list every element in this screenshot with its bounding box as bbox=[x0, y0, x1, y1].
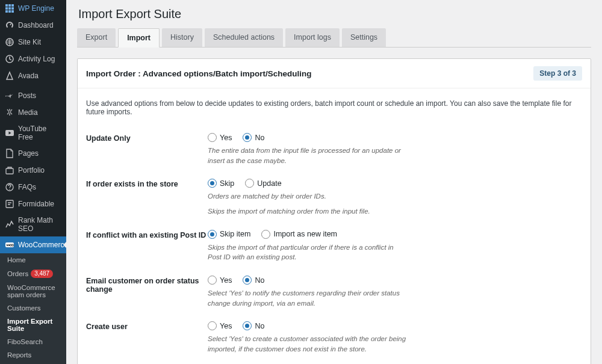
option-label: Create user bbox=[86, 321, 208, 331]
radio-label: Yes bbox=[220, 322, 232, 330]
sidebar-subitem-label: FiboSearch bbox=[7, 338, 43, 345]
sidebar-item-label: WooCommerce bbox=[18, 241, 66, 249]
radio-option-skip-item[interactable]: Skip item bbox=[208, 230, 250, 239]
sidebar-item-faqs[interactable]: FAQs bbox=[0, 179, 66, 196]
radio-option-yes[interactable]: Yes bbox=[208, 321, 232, 330]
radio-label: Skip item bbox=[220, 230, 250, 238]
sidebar-item-media[interactable]: Media bbox=[0, 104, 66, 121]
formidable-icon bbox=[5, 199, 14, 209]
sidebar-item-label: YouTube Free bbox=[18, 125, 63, 141]
svg-rect-3 bbox=[5, 7, 8, 10]
radio-option-import-as-new-item[interactable]: Import as new item bbox=[261, 230, 337, 239]
sidebar-item-label: Dashboard bbox=[18, 21, 54, 29]
radio-label: Import as new item bbox=[273, 230, 337, 238]
radio-label: Update bbox=[257, 179, 281, 188]
pages-icon bbox=[5, 149, 14, 158]
sidebar-item-woocommerce[interactable]: WooCommerce bbox=[0, 236, 66, 253]
radio-option-skip[interactable]: Skip bbox=[208, 179, 234, 188]
sidebar-subitem-label: Customers bbox=[7, 304, 41, 312]
sidebar-subitem-import-export-suite[interactable]: Import Export Suite bbox=[0, 315, 66, 335]
sidebar-item-rank-math-seo[interactable]: Rank Math SEO bbox=[0, 212, 66, 236]
media-icon bbox=[5, 108, 14, 117]
svg-rect-5 bbox=[11, 7, 14, 10]
sidebar-item-activity-log[interactable]: Activity Log bbox=[0, 51, 66, 67]
tab-history[interactable]: History bbox=[162, 28, 202, 47]
option-help: The entire data from the input file is p… bbox=[208, 146, 406, 165]
sidebar-item-wp-engine[interactable]: WP Engine bbox=[0, 0, 66, 17]
option-row: Email customer on order status changeYes… bbox=[86, 271, 582, 316]
page-title: Import Export Suite bbox=[78, 7, 591, 21]
sidebar-item-pages[interactable]: Pages bbox=[0, 145, 66, 162]
avada-icon bbox=[5, 71, 14, 81]
sidebar-item-posts[interactable]: Posts bbox=[0, 87, 66, 104]
gauge-icon bbox=[5, 20, 14, 30]
import-panel: Import Order : Advanced options/Batch im… bbox=[77, 58, 591, 364]
radio-option-no[interactable]: No bbox=[243, 276, 264, 285]
radio-option-update[interactable]: Update bbox=[245, 179, 281, 188]
sidebar-item-avada[interactable]: Avada bbox=[0, 67, 66, 84]
option-label: If conflict with an existing Post ID bbox=[86, 230, 208, 239]
tab-bar: ExportImportHistoryScheduled actionsImpo… bbox=[77, 28, 591, 48]
sidebar-item-youtube-free[interactable]: YouTube Free bbox=[0, 121, 66, 145]
option-label: If order exists in the store bbox=[86, 179, 208, 188]
sidebar-item-label: Pages bbox=[18, 149, 39, 158]
radio-option-yes[interactable]: Yes bbox=[208, 276, 232, 285]
sidebar-subitem-fibosearch[interactable]: FiboSearch bbox=[0, 335, 66, 348]
sidebar-item-label: Activity Log bbox=[18, 55, 55, 63]
radio-circle bbox=[261, 230, 270, 239]
radio-circle bbox=[245, 179, 254, 188]
pin-icon bbox=[5, 91, 14, 100]
option-help: Orders are matched by their order IDs. bbox=[208, 191, 406, 202]
tab-import[interactable]: Import bbox=[118, 28, 160, 48]
svg-rect-13 bbox=[6, 168, 13, 174]
tab-settings[interactable]: Settings bbox=[342, 28, 386, 47]
sidebar-item-formidable[interactable]: Formidable bbox=[0, 196, 66, 212]
radio-circle bbox=[243, 321, 252, 330]
svg-point-11 bbox=[8, 111, 11, 113]
radio-group: YesNo bbox=[208, 133, 406, 142]
option-help: Select 'Yes' to notify the customers reg… bbox=[208, 288, 406, 308]
wpengine-icon bbox=[5, 4, 14, 13]
sidebar-subitem-reports[interactable]: Reports bbox=[0, 348, 66, 362]
panel-description: Use advanced options from below to decid… bbox=[86, 99, 582, 116]
svg-point-15 bbox=[9, 189, 10, 190]
sidebar-item-label: WP Engine bbox=[18, 4, 54, 13]
sidebar-subitem-label: Orders bbox=[7, 270, 28, 277]
radio-circle bbox=[208, 321, 217, 330]
option-controls: SkipUpdateOrders are matched by their or… bbox=[208, 179, 406, 216]
svg-rect-16 bbox=[6, 200, 13, 208]
clock-icon bbox=[5, 54, 14, 64]
option-row: Update OnlyYesNoThe entire data from the… bbox=[86, 128, 582, 174]
sidebar-item-portfolio[interactable]: Portfolio bbox=[0, 162, 66, 179]
radio-option-no[interactable]: No bbox=[243, 133, 264, 142]
radio-label: No bbox=[255, 134, 264, 142]
svg-rect-4 bbox=[8, 7, 11, 10]
sidebar-item-dashboard[interactable]: Dashboard bbox=[0, 17, 66, 34]
woo-icon bbox=[5, 240, 14, 250]
sidebar-item-label: Portfolio bbox=[18, 166, 45, 174]
radio-circle bbox=[243, 133, 252, 142]
sidebar-subitem-orders[interactable]: Orders3,487 bbox=[0, 267, 66, 281]
radio-group: SkipUpdate bbox=[208, 179, 406, 188]
sidebar-subitem-label: Import Export Suite bbox=[7, 318, 61, 332]
option-label: Email customer on order status change bbox=[86, 276, 208, 294]
sidebar-subitem-customers[interactable]: Customers bbox=[0, 301, 66, 315]
svg-rect-0 bbox=[5, 4, 8, 7]
sidebar-item-label: FAQs bbox=[18, 183, 36, 191]
radio-option-no[interactable]: No bbox=[243, 321, 264, 330]
tab-export[interactable]: Export bbox=[77, 28, 116, 47]
radio-option-yes[interactable]: Yes bbox=[208, 133, 232, 142]
radio-circle bbox=[208, 276, 217, 285]
sidebar-subitem-woocommerce-spam-orders[interactable]: WooCommerce spam orders bbox=[0, 281, 66, 301]
svg-rect-8 bbox=[11, 10, 14, 13]
option-help: Skips the import of matching order from … bbox=[208, 206, 406, 217]
option-controls: YesNoSelect 'Yes' to create a customer a… bbox=[208, 321, 406, 354]
sidebar-subitem-home[interactable]: Home bbox=[0, 253, 66, 267]
option-label: Update Only bbox=[86, 133, 208, 143]
tab-import-logs[interactable]: Import logs bbox=[285, 28, 340, 47]
sidebar-item-site-kit[interactable]: Site Kit bbox=[0, 34, 66, 51]
tab-scheduled-actions[interactable]: Scheduled actions bbox=[205, 28, 283, 47]
sidebar-subitem-settings[interactable]: Settings bbox=[0, 362, 66, 364]
rankmath-icon bbox=[5, 220, 14, 229]
main-content: Import Export Suite ExportImportHistoryS… bbox=[66, 0, 602, 364]
